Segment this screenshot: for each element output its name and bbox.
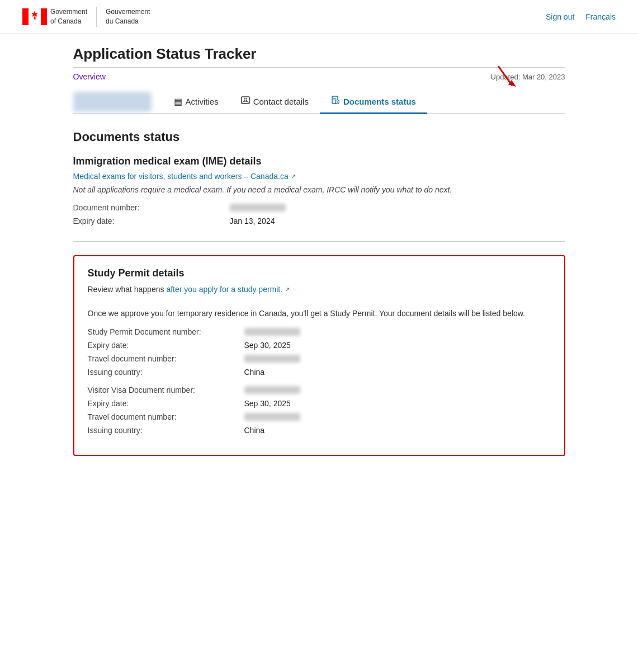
sp-issuing-country-row: Issuing country: China: [88, 368, 551, 377]
tab-contact-details[interactable]: Contact details: [230, 90, 320, 114]
ime-expiry-label: Expiry date:: [73, 217, 230, 225]
gov-text-divider: [96, 7, 97, 27]
overview-link[interactable]: Overview: [73, 72, 106, 81]
tab-documents-status[interactable]: Documents status: [320, 90, 427, 114]
header-nav: Sign out Français: [546, 12, 616, 21]
vv-issuing-country-label: Issuing country:: [88, 426, 244, 435]
visitor-visa-fields: Visitor Visa Document number: Expiry dat…: [88, 386, 551, 435]
vv-travel-doc-value-blur: [244, 413, 300, 421]
study-permit-review-text: Review what happens after you apply for …: [88, 284, 551, 300]
documents-icon: [331, 96, 340, 107]
flag-icon: [22, 8, 47, 25]
sp-travel-doc-row: Travel document number:: [88, 354, 551, 363]
vv-expiry-value: Sep 30, 2025: [244, 399, 291, 408]
ime-expiry-value: Jan 13, 2024: [230, 217, 275, 225]
signout-link[interactable]: Sign out: [546, 12, 574, 21]
ime-expiry-row: Expiry date: Jan 13, 2024: [73, 217, 565, 225]
tab-activities-label: Activities: [186, 97, 219, 106]
vv-doc-number-row: Visitor Visa Document number:: [88, 386, 551, 394]
tabs-row: ▤ Activities Contact details: [73, 90, 565, 114]
study-permit-link-text: after you apply for a study permit.: [166, 284, 282, 295]
svg-rect-3: [34, 17, 36, 20]
study-permit-link[interactable]: after you apply for a study permit. ↗: [166, 284, 290, 295]
study-permit-box: Study Permit details Review what happens…: [73, 255, 565, 456]
vv-expiry-row: Expiry date: Sep 30, 2025: [88, 399, 551, 408]
vv-issuing-country-value: China: [244, 426, 265, 435]
study-permit-title: Study Permit details: [88, 267, 551, 279]
tab-contact-label: Contact details: [253, 97, 309, 106]
contact-icon: [241, 96, 250, 107]
vv-issuing-country-row: Issuing country: China: [88, 426, 551, 435]
ime-section: Immigration medical exam (IME) details M…: [73, 156, 565, 225]
logo-area: Government of Canada Gouvernement du Can…: [22, 7, 150, 27]
sp-expiry-label: Expiry date:: [88, 341, 244, 350]
sp-expiry-value: Sep 30, 2025: [244, 341, 291, 350]
svg-rect-1: [41, 8, 47, 25]
sp-travel-doc-label: Travel document number:: [88, 354, 244, 363]
sp-issuing-country-label: Issuing country:: [88, 368, 244, 377]
sp-doc-number-label: Study Permit Document number:: [88, 327, 244, 336]
language-toggle[interactable]: Français: [585, 12, 616, 21]
ime-doc-number-row: Document number:: [73, 203, 565, 212]
ime-doc-number-value-blur: [230, 204, 286, 212]
activities-icon: ▤: [174, 96, 182, 107]
vv-travel-doc-label: Travel document number:: [88, 412, 244, 421]
study-permit-ext-icon: ↗: [285, 285, 290, 294]
ime-title: Immigration medical exam (IME) details: [73, 156, 565, 167]
ime-link-text: Medical exams for visitors, students and…: [73, 172, 289, 181]
sp-expiry-row: Expiry date: Sep 30, 2025: [88, 341, 551, 350]
tab-documents-label: Documents status: [343, 97, 416, 106]
gov-text-fr: Gouvernement du Canada: [106, 7, 150, 26]
main-content: Application Status Tracker Overview Upda…: [51, 34, 588, 490]
external-link-icon: ↗: [291, 173, 296, 180]
canada-logo: Government of Canada Gouvernement du Can…: [22, 7, 150, 27]
site-header: Government of Canada Gouvernement du Can…: [0, 0, 638, 34]
documents-section-title: Documents status: [73, 130, 565, 144]
ime-link[interactable]: Medical exams for visitors, students and…: [73, 172, 296, 181]
study-permit-fields: Study Permit Document number: Expiry dat…: [88, 327, 551, 377]
svg-rect-0: [22, 8, 29, 25]
gov-text-en: Government of Canada: [50, 7, 87, 26]
sp-travel-doc-value-blur: [244, 355, 300, 363]
sp-issuing-country-value: China: [244, 368, 265, 377]
ime-doc-number-label: Document number:: [73, 203, 230, 212]
sp-doc-number-value-blur: [244, 328, 300, 336]
vv-doc-number-label: Visitor Visa Document number:: [88, 386, 244, 394]
arrow-annotation: [487, 63, 521, 93]
vv-expiry-label: Expiry date:: [88, 399, 244, 408]
user-info-blur: [73, 92, 152, 112]
svg-point-7: [244, 98, 247, 101]
tab-activities[interactable]: ▤ Activities: [163, 91, 230, 114]
vv-doc-number-value-blur: [244, 386, 300, 394]
section-divider: [73, 241, 565, 242]
ime-note: Not all applications require a medical e…: [73, 185, 565, 194]
vv-travel-doc-row: Travel document number:: [88, 412, 551, 421]
study-permit-description: Once we approve you for temporary reside…: [88, 308, 551, 319]
sp-doc-number-row: Study Permit Document number:: [88, 327, 551, 336]
